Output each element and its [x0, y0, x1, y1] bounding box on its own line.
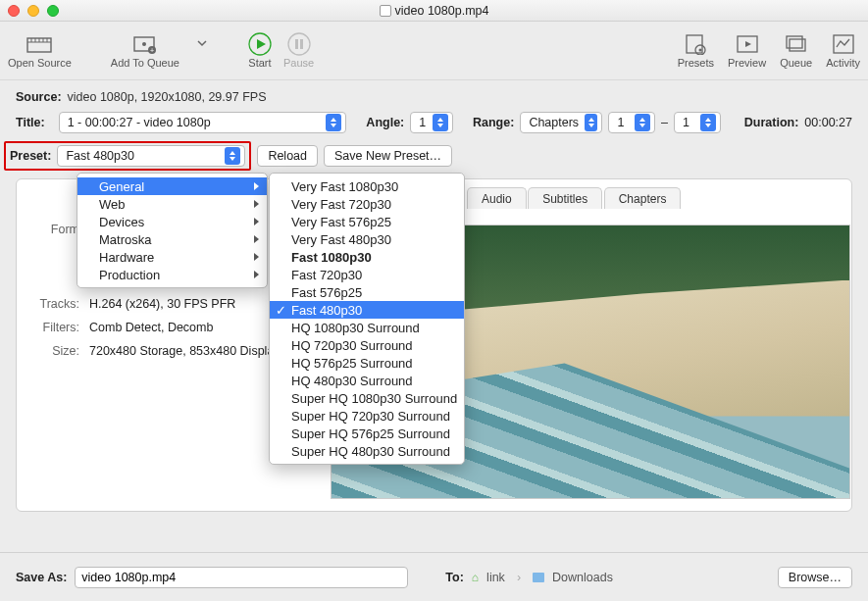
window-controls	[8, 5, 59, 17]
preset-menu-item[interactable]: HQ 576p25 Surround	[270, 354, 464, 372]
preset-menu-item[interactable]: HQ 1080p30 Surround	[270, 319, 464, 336]
category-menu-item[interactable]: Devices	[77, 213, 267, 230]
angle-label: Angle:	[366, 116, 404, 129]
preview-icon	[734, 33, 761, 55]
tab-chapters[interactable]: Chapters	[604, 187, 682, 209]
preset-menu-item[interactable]: Very Fast 720p30	[270, 195, 464, 213]
category-menu-item[interactable]: Web	[77, 195, 267, 213]
category-menu-item[interactable]: Hardware	[77, 248, 267, 266]
home-icon: ⌂	[472, 571, 479, 584]
close-window-button[interactable]	[8, 5, 20, 17]
preset-menu-item[interactable]: HQ 480p30 Surround	[270, 372, 464, 389]
preview-button[interactable]: Preview	[728, 33, 766, 69]
add-to-queue-label: Add To Queue	[111, 57, 179, 69]
preset-menu-item[interactable]: ✓Fast 480p30	[270, 301, 464, 319]
add-to-queue-dropdown-icon[interactable]	[197, 39, 207, 47]
activity-icon	[830, 33, 857, 55]
presets-label: Presets	[678, 57, 714, 69]
open-source-button[interactable]: Open Source	[8, 33, 72, 69]
range-to-select[interactable]: 1	[674, 112, 721, 133]
breadcrumb-separator-icon: ›	[517, 571, 521, 584]
preset-menu-item[interactable]: Fast 720p30	[270, 266, 464, 283]
add-to-queue-button[interactable]: + Add To Queue	[111, 33, 179, 69]
preset-menu-item[interactable]: Fast 1080p30	[270, 248, 464, 266]
svg-rect-13	[295, 39, 298, 49]
start-icon	[246, 33, 274, 55]
check-icon: ✓	[276, 303, 286, 318]
preset-menu-item-label: Very Fast 576p25	[291, 215, 391, 229]
start-button[interactable]: Start	[246, 33, 274, 69]
preset-label: Preset:	[10, 149, 51, 163]
preset-menu-item[interactable]: HQ 720p30 Surround	[270, 336, 464, 354]
preset-menu-item-label: Very Fast 720p30	[291, 197, 391, 212]
preset-submenu: Very Fast 1080p30Very Fast 720p30Very Fa…	[269, 173, 465, 465]
pause-label: Pause	[283, 57, 314, 69]
range-type-select[interactable]: Chapters	[520, 112, 602, 133]
save-as-input[interactable]	[75, 567, 408, 588]
range-from-value: 1	[617, 116, 629, 129]
preset-menu-item-label: Super HQ 1080p30 Surround	[291, 391, 457, 406]
preset-menu-item-label: Very Fast 480p30	[291, 232, 391, 247]
preset-menu-item-label: HQ 720p30 Surround	[291, 338, 413, 353]
preset-menu-item[interactable]: Very Fast 1080p30	[270, 177, 464, 195]
minimize-window-button[interactable]	[27, 5, 39, 17]
dropdown-arrows-icon	[225, 147, 240, 165]
duration-value: 00:00:27	[804, 116, 852, 129]
tab-audio[interactable]: Audio	[467, 187, 527, 209]
preset-category-menu: GeneralWebDevicesMatroskaHardwareProduct…	[77, 173, 268, 288]
category-menu-item[interactable]: Matroska	[77, 230, 267, 248]
main-toolbar: Open Source + Add To Queue Start Pause	[0, 22, 868, 80]
queue-button[interactable]: Queue	[780, 33, 812, 69]
category-menu-item[interactable]: Production	[77, 266, 267, 283]
tracks-label: Tracks:	[30, 297, 79, 311]
preset-menu-item-label: Fast 480p30	[291, 303, 362, 318]
format-label: Form	[30, 223, 79, 236]
to-label: To:	[445, 571, 464, 584]
preset-menu-item-label: Super HQ 576p25 Surround	[291, 426, 450, 441]
angle-select[interactable]: 1	[410, 112, 453, 133]
save-new-preset-button[interactable]: Save New Preset…	[324, 145, 452, 167]
activity-button[interactable]: Activity	[826, 33, 860, 69]
tab-subtitles[interactable]: Subtitles	[528, 187, 602, 209]
size-label: Size:	[30, 344, 79, 358]
zoom-window-button[interactable]	[47, 5, 59, 17]
pause-button[interactable]: Pause	[283, 33, 314, 69]
presets-button[interactable]: Presets	[678, 33, 714, 69]
preset-menu-item[interactable]: Very Fast 480p30	[270, 230, 464, 248]
preset-menu-item[interactable]: Super HQ 576p25 Surround	[270, 425, 464, 442]
preset-menu-item[interactable]: Super HQ 1080p30 Surround	[270, 389, 464, 407]
duration-label: Duration:	[744, 116, 799, 129]
title-select[interactable]: 1 - 00:00:27 - video 1080p	[59, 112, 347, 133]
reload-preset-button[interactable]: Reload	[257, 145, 318, 167]
range-separator: –	[661, 116, 668, 129]
svg-text:+: +	[150, 47, 154, 54]
preset-menu-item[interactable]: Super HQ 720p30 Surround	[270, 407, 464, 425]
title-label: Title:	[16, 116, 53, 129]
dropdown-arrows-icon	[700, 114, 716, 131]
folder-icon	[533, 573, 544, 582]
angle-value: 1	[419, 116, 427, 129]
svg-point-12	[288, 33, 310, 55]
path-folder[interactable]: Downloads	[552, 571, 613, 584]
preset-menu-item[interactable]: Super HQ 480p30 Surround	[270, 442, 464, 460]
open-source-label: Open Source	[8, 57, 72, 69]
preset-menu-item-label: Fast 720p30	[291, 268, 362, 282]
preset-menu-item[interactable]: Fast 576p25	[270, 283, 464, 301]
browse-button[interactable]: Browse…	[778, 567, 852, 588]
preset-select-value: Fast 480p30	[66, 149, 219, 163]
title-select-value: 1 - 00:00:27 - video 1080p	[68, 116, 321, 129]
bottom-bar: Save As: To: ⌂ link › Downloads Browse…	[0, 552, 868, 601]
preset-menu-item[interactable]: Very Fast 576p25	[270, 213, 464, 230]
range-type-value: Chapters	[529, 116, 579, 129]
dropdown-arrows-icon	[433, 114, 448, 131]
queue-label: Queue	[780, 57, 812, 69]
preset-menu-item-label: Super HQ 480p30 Surround	[291, 444, 450, 459]
dropdown-arrows-icon	[585, 114, 597, 131]
svg-point-8	[142, 42, 146, 46]
range-label: Range:	[473, 116, 514, 129]
path-home[interactable]: link	[486, 571, 505, 584]
range-from-select[interactable]: 1	[608, 112, 655, 133]
preset-select[interactable]: Fast 480p30	[57, 145, 245, 167]
category-menu-item[interactable]: General	[77, 177, 267, 195]
pause-icon	[285, 33, 313, 55]
